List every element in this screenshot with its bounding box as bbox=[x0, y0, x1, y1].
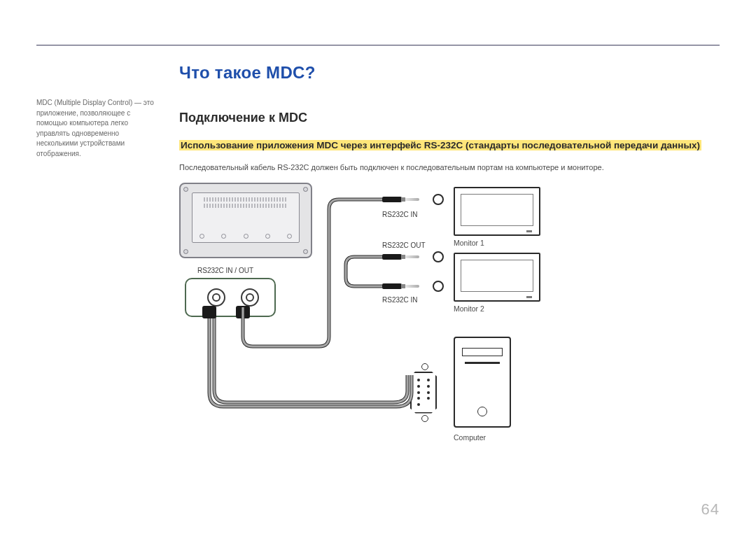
connection-diagram: RS232C IN / OUT RS232C IN RS232C OUT RS2… bbox=[179, 183, 571, 463]
note-text: Последовательный кабель RS-232C должен б… bbox=[179, 163, 720, 171]
highlighted-subtitle: Использование приложения MDC через интер… bbox=[179, 138, 720, 153]
svg-rect-0 bbox=[202, 306, 216, 318]
highlight-text: Использование приложения MDC через интер… bbox=[179, 140, 701, 150]
page-title: Что такое MDC? bbox=[179, 63, 720, 83]
sidebar-note: MDC (Multiple Display Control) — это при… bbox=[36, 98, 162, 159]
section-title: Подключение к MDC bbox=[179, 111, 720, 125]
main-content: Что такое MDC? Подключение к MDC Использ… bbox=[179, 63, 720, 463]
cable-paths bbox=[179, 183, 571, 463]
top-rule bbox=[36, 45, 720, 45]
sidebar-text: MDC (Multiple Display Control) — это при… bbox=[36, 99, 154, 157]
page-number: 64 bbox=[701, 500, 720, 519]
